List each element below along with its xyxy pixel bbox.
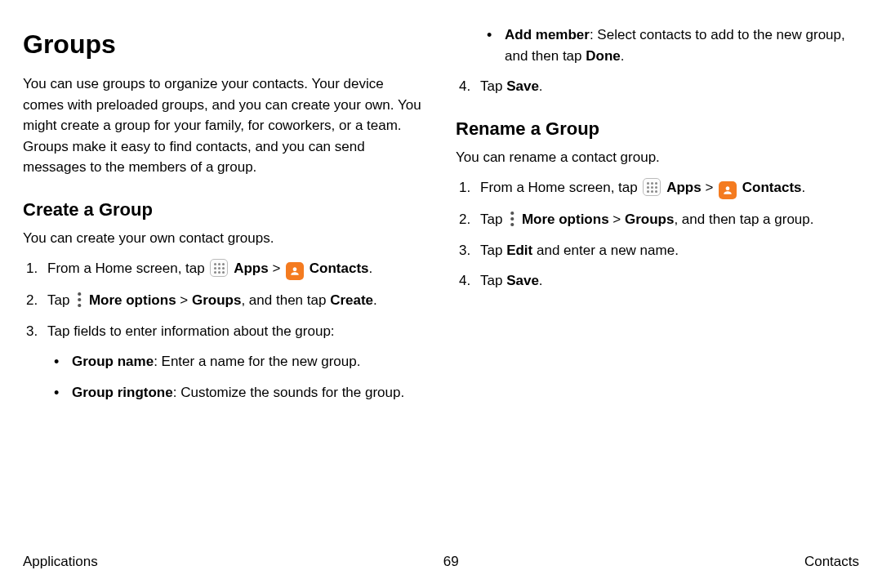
rename-step-2: Tap More options > Groups, and then tap … [456, 209, 859, 230]
step-separator: > [269, 261, 284, 276]
step-suffix: and enter a new name. [532, 243, 679, 258]
footer-page-number: 69 [98, 551, 804, 572]
step-text: From a Home screen, tap [480, 180, 641, 195]
content-columns: Groups You can use groups to organize yo… [23, 24, 859, 526]
create-step-4: Tap Save. [456, 76, 859, 97]
groups-label: Groups [192, 292, 241, 308]
add-member-label: Add member [505, 27, 590, 42]
group-ringtone-text: : Customize the sounds for the group. [173, 385, 405, 400]
create-step-1: From a Home screen, tap Apps > Contacts. [23, 258, 426, 280]
step-text: Tap [480, 273, 506, 288]
group-fields-list: Group name: Enter a name for the new gro… [47, 351, 426, 403]
group-name-item: Group name: Enter a name for the new gro… [47, 351, 426, 372]
step-suffix: , and then tap a group. [674, 212, 813, 227]
step-text: From a Home screen, tap [47, 261, 208, 276]
rename-group-heading: Rename a Group [456, 115, 859, 142]
create-group-lead: You can create your own contact groups. [23, 228, 426, 249]
create-label: Create [330, 292, 373, 308]
rename-step-1: From a Home screen, tap Apps > Contacts. [456, 177, 859, 199]
step-text: Tap [480, 212, 506, 227]
group-name-text: : Enter a name for the new group. [154, 354, 360, 369]
left-column: Groups You can use groups to organize yo… [23, 24, 426, 526]
footer-right: Contacts [804, 551, 859, 572]
done-label: Done [586, 48, 621, 64]
create-group-steps: From a Home screen, tap Apps > Contacts.… [23, 258, 426, 403]
step-text: Tap [480, 78, 506, 94]
group-fields-list-continued: Add member: Select contacts to add to th… [480, 24, 859, 66]
step-separator: > [609, 212, 625, 227]
apps-icon [210, 259, 228, 277]
contacts-icon [719, 181, 737, 199]
more-options-label: More options [522, 212, 609, 227]
page-footer: Applications 69 Contacts [23, 551, 859, 572]
edit-label: Edit [506, 243, 532, 258]
contacts-icon [286, 262, 304, 280]
apps-icon [643, 178, 661, 196]
step-text: Tap [480, 243, 506, 258]
rename-group-steps: From a Home screen, tap Apps > Contacts.… [456, 177, 859, 292]
step-separator: > [176, 292, 192, 308]
step-text: Tap fields to enter information about th… [47, 323, 335, 339]
create-group-steps-continued: Tap Save. [456, 76, 859, 97]
more-options-icon [508, 211, 516, 227]
group-name-label: Group name [72, 354, 154, 369]
step-suffix: . [539, 273, 543, 288]
apps-label: Apps [234, 261, 269, 276]
group-ringtone-item: Group ringtone: Customize the sounds for… [47, 382, 426, 403]
more-options-label: More options [89, 292, 176, 308]
groups-label: Groups [625, 212, 674, 227]
rename-step-3: Tap Edit and enter a new name. [456, 240, 859, 261]
step-text: Tap [47, 292, 74, 308]
add-member-item: Add member: Select contacts to add to th… [480, 24, 859, 66]
rename-group-lead: You can rename a contact group. [456, 147, 859, 168]
save-label: Save [506, 273, 539, 288]
add-member-suffix: . [621, 48, 625, 64]
step-text: , and then tap [241, 292, 330, 308]
create-step-3: Tap fields to enter information about th… [23, 321, 426, 403]
step-suffix: . [373, 292, 377, 308]
footer-left: Applications [23, 551, 98, 572]
save-label: Save [506, 78, 539, 94]
more-options-icon [75, 292, 83, 308]
create-step-2: Tap More options > Groups, and then tap … [23, 290, 426, 311]
contacts-label: Contacts [742, 180, 802, 195]
step-suffix: . [369, 261, 373, 276]
right-column: Add member: Select contacts to add to th… [456, 24, 859, 526]
page-title: Groups [23, 24, 426, 64]
group-ringtone-label: Group ringtone [72, 385, 173, 400]
step-separator: > [702, 180, 717, 195]
contacts-label: Contacts [310, 261, 369, 276]
apps-label: Apps [666, 180, 702, 195]
step-suffix: . [539, 78, 543, 94]
create-group-heading: Create a Group [23, 196, 426, 223]
intro-paragraph: You can use groups to organize your cont… [23, 74, 426, 178]
step-suffix: . [802, 180, 806, 195]
rename-step-4: Tap Save. [456, 270, 859, 292]
